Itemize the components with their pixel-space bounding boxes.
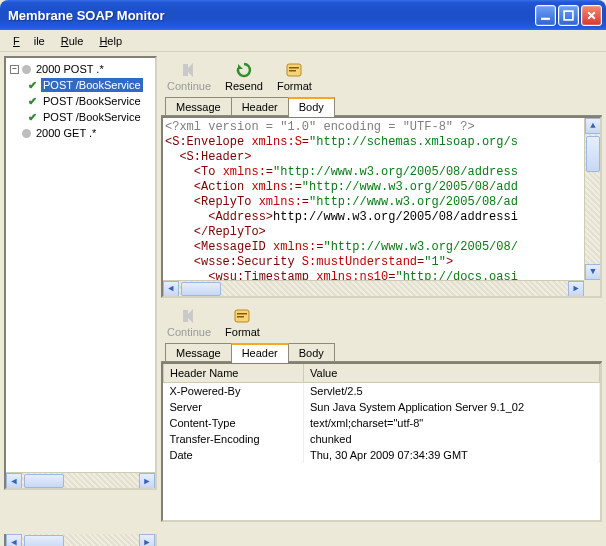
tree-label: 2000 GET .* [34, 126, 98, 140]
tab-body[interactable]: Body [288, 97, 335, 116]
code-line: <S:Envelope xmlns:S="http://schemas.xmls… [165, 135, 598, 150]
format-button[interactable]: Format [225, 306, 260, 338]
check-icon: ✔ [26, 111, 38, 124]
bullet-icon [22, 65, 31, 74]
xml-hscrollbar[interactable]: ◄ ► [163, 280, 584, 296]
tree-node[interactable]: 2000 GET .* [8, 125, 153, 141]
table-header-row: Header Name Value [164, 364, 600, 383]
table-row[interactable]: Transfer-Encodingchunked [164, 431, 600, 447]
header-name-cell: Content-Type [164, 415, 304, 431]
tab-header[interactable]: Header [231, 97, 289, 116]
header-value-cell: Servlet/2.5 [304, 383, 600, 400]
request-tabs: Message Header Body [161, 94, 602, 116]
col-header-value[interactable]: Value [304, 364, 600, 383]
xml-vscrollbar[interactable]: ▲ ▼ [584, 118, 600, 280]
format-button[interactable]: Format [277, 60, 312, 92]
tree-label: POST /BookService [41, 94, 143, 108]
table-row[interactable]: X-Powered-ByServlet/2.5 [164, 383, 600, 400]
scroll-thumb[interactable] [24, 535, 64, 546]
tool-label: Continue [167, 80, 211, 92]
code-line: <S:Header> [165, 150, 598, 165]
scroll-right-icon[interactable]: ► [139, 534, 155, 546]
table-row[interactable]: ServerSun Java System Application Server… [164, 399, 600, 415]
tree-hscrollbar[interactable]: ◄ ► [6, 472, 155, 488]
window-title: Membrane SOAP Monitor [8, 8, 535, 23]
scroll-up-icon[interactable]: ▲ [585, 118, 601, 134]
tree-label: POST /BookService [41, 110, 143, 124]
left-panel: − 2000 POST .* ✔ POST /BookService ✔ POS… [4, 56, 157, 542]
scroll-corner [584, 280, 600, 296]
tree-node[interactable]: ✔ POST /BookService [8, 77, 153, 93]
scroll-right-icon[interactable]: ► [568, 281, 584, 297]
request-toolbar: Continue Resend Format [161, 56, 602, 94]
code-line: <MessageID xmlns:="http://www.w3.org/200… [165, 240, 598, 255]
scroll-left-icon[interactable]: ◄ [6, 473, 22, 489]
code-line: </ReplyTo> [165, 225, 598, 240]
tab-message[interactable]: Message [165, 343, 232, 362]
request-pane: Continue Resend Format Message Header Bo… [161, 56, 602, 298]
tree-label: 2000 POST .* [34, 62, 106, 76]
scroll-thumb[interactable] [586, 136, 600, 172]
header-value-cell: Sun Java System Application Server 9.1_0… [304, 399, 600, 415]
response-pane: Continue Format Message Header Body [161, 302, 602, 522]
header-name-cell: Transfer-Encoding [164, 431, 304, 447]
tool-label: Format [277, 80, 312, 92]
collapse-icon[interactable]: − [10, 65, 19, 74]
check-icon: ✔ [26, 79, 38, 92]
tree-node[interactable]: − 2000 POST .* [8, 61, 153, 77]
tree-node[interactable]: ✔ POST /BookService [8, 109, 153, 125]
window-buttons [535, 5, 602, 26]
left-outer-hscrollbar[interactable]: ◄ ► [4, 534, 157, 546]
tree-node[interactable]: ✔ POST /BookService [8, 93, 153, 109]
response-toolbar: Continue Format [161, 302, 602, 340]
table-row[interactable]: Content-Typetext/xml;charset="utf-8" [164, 415, 600, 431]
maximize-button[interactable] [558, 5, 579, 26]
code-line: <wsse:Security S:mustUnderstand="1"> [165, 255, 598, 270]
svg-rect-7 [237, 316, 244, 318]
continue-icon [179, 60, 199, 80]
continue-icon [179, 306, 199, 326]
header-value-cell: chunked [304, 431, 600, 447]
scroll-thumb[interactable] [181, 282, 221, 296]
svg-rect-0 [541, 17, 550, 19]
menu-file[interactable]: File [6, 32, 52, 50]
resend-icon [234, 60, 254, 80]
tab-message[interactable]: Message [165, 97, 232, 116]
title-bar: Membrane SOAP Monitor [0, 0, 606, 30]
svg-rect-6 [237, 313, 247, 315]
scroll-left-icon[interactable]: ◄ [6, 534, 22, 546]
code-line: <?xml version = "1.0" encoding = "UTF-8"… [165, 120, 598, 135]
scroll-down-icon[interactable]: ▼ [585, 264, 601, 280]
right-panel: Continue Resend Format Message Header Bo… [161, 56, 602, 542]
table-row[interactable]: DateThu, 30 Apr 2009 07:34:39 GMT [164, 447, 600, 463]
svg-rect-1 [564, 11, 573, 20]
xml-viewer[interactable]: <?xml version = "1.0" encoding = "UTF-8"… [161, 116, 602, 298]
format-icon [284, 60, 304, 80]
close-button[interactable] [581, 5, 602, 26]
scroll-thumb[interactable] [24, 474, 64, 488]
continue-button[interactable]: Continue [167, 306, 211, 338]
check-icon: ✔ [26, 95, 38, 108]
svg-rect-3 [289, 67, 299, 69]
response-tabs: Message Header Body [161, 340, 602, 362]
tab-header[interactable]: Header [231, 343, 289, 362]
header-name-cell: X-Powered-By [164, 383, 304, 400]
tab-body[interactable]: Body [288, 343, 335, 362]
code-line: <To xmlns:="http://www.w3.org/2005/08/ad… [165, 165, 598, 180]
resend-button[interactable]: Resend [225, 60, 263, 92]
continue-button[interactable]: Continue [167, 60, 211, 92]
scroll-left-icon[interactable]: ◄ [163, 281, 179, 297]
tool-label: Resend [225, 80, 263, 92]
format-icon [232, 306, 252, 326]
minimize-button[interactable] [535, 5, 556, 26]
code-line: <Address>http://www.w3.org/2005/08/addre… [165, 210, 598, 225]
menu-help[interactable]: Help [92, 32, 129, 50]
tool-label: Continue [167, 326, 211, 338]
code-line: <ReplyTo xmlns:="http://www.w3.org/2005/… [165, 195, 598, 210]
svg-rect-4 [289, 70, 296, 72]
header-table[interactable]: Header Name Value X-Powered-ByServlet/2.… [161, 362, 602, 522]
rule-tree[interactable]: − 2000 POST .* ✔ POST /BookService ✔ POS… [4, 56, 157, 490]
col-header-name[interactable]: Header Name [164, 364, 304, 383]
scroll-right-icon[interactable]: ► [139, 473, 155, 489]
menu-rule[interactable]: Rule [54, 32, 91, 50]
